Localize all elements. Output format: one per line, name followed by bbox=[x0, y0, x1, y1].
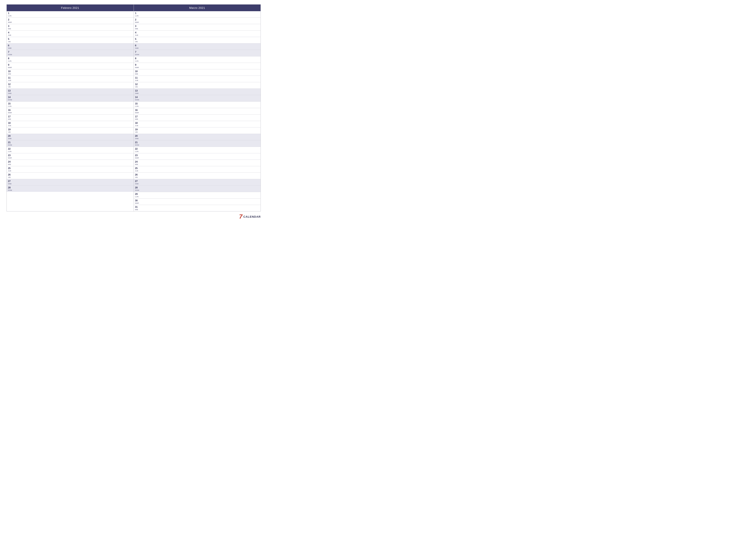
day-name: SAB bbox=[8, 47, 12, 49]
day-info: 28DOM bbox=[135, 186, 139, 191]
day-row: 31MIE bbox=[134, 205, 261, 211]
day-name: DOM bbox=[8, 189, 12, 191]
day-row: 1LUN bbox=[7, 11, 134, 18]
day-number: 5 bbox=[8, 38, 12, 40]
day-number: 21 bbox=[8, 141, 12, 144]
day-number: 7 bbox=[135, 50, 139, 53]
day-name: MAR bbox=[135, 202, 139, 204]
day-name: VIE bbox=[8, 176, 12, 179]
day-number: 9 bbox=[8, 63, 12, 66]
day-row: 25JUE bbox=[7, 166, 134, 173]
day-info: 12VIE bbox=[8, 83, 12, 88]
day-info: 25JUE bbox=[8, 167, 12, 172]
day-row: 22LUN bbox=[7, 147, 134, 153]
day-info: 22LUN bbox=[135, 147, 139, 153]
day-info: 30MAR bbox=[135, 199, 139, 204]
day-row: 21DOM bbox=[134, 140, 261, 147]
month-header-marzo: Marzo 2021 bbox=[134, 5, 261, 11]
day-number: 3 bbox=[135, 25, 139, 28]
day-number: 27 bbox=[8, 180, 12, 183]
day-info: 14DOM bbox=[135, 96, 139, 101]
day-info: 1LUN bbox=[135, 12, 139, 17]
day-row: 2MAR bbox=[7, 18, 134, 24]
day-number: 11 bbox=[8, 76, 12, 79]
day-name: MAR bbox=[135, 157, 139, 159]
day-number: 1 bbox=[135, 12, 139, 15]
day-number: 26 bbox=[135, 173, 139, 176]
day-number: 18 bbox=[8, 121, 12, 124]
day-number: 20 bbox=[8, 134, 12, 138]
day-info: 26VIE bbox=[8, 173, 12, 179]
day-row: 8LUN bbox=[7, 56, 134, 63]
day-name: MAR bbox=[8, 157, 12, 159]
day-name: LUN bbox=[135, 15, 139, 17]
day-row: 11JUE bbox=[7, 76, 134, 82]
day-name: MAR bbox=[135, 112, 139, 114]
day-name: DOM bbox=[135, 144, 139, 146]
day-info: 10MIE bbox=[8, 70, 12, 75]
day-number: 3 bbox=[8, 25, 12, 28]
day-name: SAB bbox=[135, 138, 139, 140]
brand-text: CALENDAR bbox=[243, 215, 261, 218]
day-info: 6SAB bbox=[8, 44, 12, 49]
day-row: 28DOM bbox=[7, 186, 134, 192]
day-info: 11JUE bbox=[8, 76, 12, 82]
day-info: 15LUN bbox=[8, 102, 12, 108]
day-row: 8LUN bbox=[134, 56, 261, 63]
day-row: 4JUE bbox=[7, 31, 134, 37]
day-name: MIE bbox=[8, 73, 12, 75]
day-number: 12 bbox=[135, 83, 139, 86]
day-name: MAR bbox=[8, 66, 12, 69]
day-number: 14 bbox=[8, 96, 12, 99]
day-row: 23MAR bbox=[7, 153, 134, 160]
day-number: 10 bbox=[8, 70, 12, 73]
day-number: 10 bbox=[135, 70, 139, 73]
day-name: MIE bbox=[135, 118, 139, 120]
day-info: 27SAB bbox=[135, 180, 139, 185]
day-number: 15 bbox=[8, 102, 12, 105]
day-info: 18JUE bbox=[8, 121, 12, 127]
day-name: SAB bbox=[8, 138, 12, 140]
day-row: 12VIE bbox=[7, 82, 134, 89]
day-name: LUN bbox=[135, 60, 139, 62]
day-name: MIE bbox=[135, 28, 139, 30]
day-number: 13 bbox=[135, 89, 139, 92]
day-number: 1 bbox=[8, 12, 12, 15]
calendar-grid: Febrero 20211LUN2MAR3MIE4JUE5VIE6SAB7DOM… bbox=[7, 4, 261, 212]
day-number: 13 bbox=[8, 89, 12, 92]
day-row: 24MIE bbox=[134, 160, 261, 166]
day-number: 4 bbox=[8, 31, 12, 34]
day-name: DOM bbox=[8, 99, 12, 101]
day-row: 25JUE bbox=[134, 166, 261, 173]
day-name: JUE bbox=[135, 79, 139, 82]
day-number: 7 bbox=[8, 50, 12, 53]
day-number: 20 bbox=[135, 134, 139, 138]
day-name: MIE bbox=[8, 164, 12, 165]
day-row: 17MIE bbox=[134, 114, 261, 121]
day-info: 7DOM bbox=[8, 50, 12, 56]
day-row: 5VIE bbox=[7, 37, 134, 43]
day-info: 13SAB bbox=[8, 89, 12, 94]
day-name: DOM bbox=[135, 189, 139, 191]
day-number: 6 bbox=[8, 44, 12, 47]
day-name: LUN bbox=[8, 60, 12, 62]
day-name: MIE bbox=[8, 28, 12, 30]
day-number: 22 bbox=[8, 147, 12, 150]
day-info: 22LUN bbox=[8, 147, 12, 153]
day-number: 6 bbox=[135, 44, 139, 47]
day-info: 12VIE bbox=[135, 83, 139, 88]
day-info: 25JUE bbox=[135, 167, 139, 172]
day-number: 16 bbox=[135, 109, 139, 112]
day-name: MAR bbox=[8, 112, 12, 114]
day-number: 23 bbox=[8, 154, 12, 157]
day-name: JUE bbox=[135, 34, 139, 37]
day-row: 26VIE bbox=[134, 173, 261, 179]
day-row: 10MIE bbox=[7, 69, 134, 76]
day-row: 14DOM bbox=[7, 95, 134, 102]
day-number: 5 bbox=[135, 38, 139, 40]
day-number: 19 bbox=[135, 128, 139, 131]
brand-number: 7 bbox=[239, 213, 242, 220]
day-row: 20SAB bbox=[134, 134, 261, 140]
day-name: VIE bbox=[135, 86, 139, 88]
day-info: 27SAB bbox=[8, 180, 12, 185]
